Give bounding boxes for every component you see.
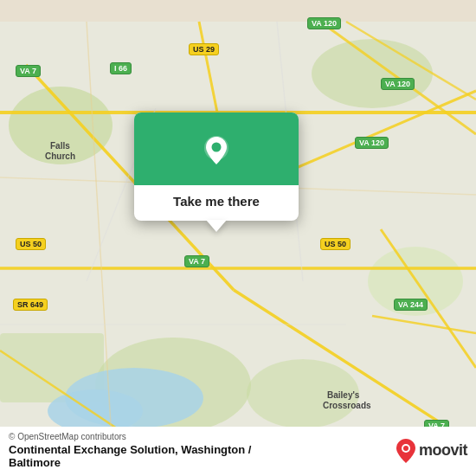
road-badge-sr649: SR 649 [13,299,48,311]
moovit-logo: moovit [396,439,467,463]
popup-card[interactable]: Take me there [134,113,299,221]
map-background: Falls Church Bailey's Crossroads [0,0,476,476]
moovit-brand-text: moovit [419,441,467,460]
road-badge-us50-1: US 50 [16,238,46,250]
moovit-pin-icon [396,439,415,463]
road-badge-va120-1: VA 120 [307,17,341,29]
road-badge-va244: VA 244 [394,299,428,311]
svg-point-30 [212,143,222,152]
bottom-bar: © OpenStreetMap contributors Continental… [0,427,476,476]
road-badge-va120-2: VA 120 [381,78,415,90]
svg-text:Church: Church [45,151,75,161]
svg-point-2 [312,39,433,108]
popup-green-header [134,113,299,185]
road-badge-us29: US 29 [189,43,219,55]
location-title: Continental Exchange Solution, Washingto… [9,443,251,469]
bottom-left-info: © OpenStreetMap contributors Continental… [9,432,251,469]
road-badge-va7-2: VA 7 [184,255,209,267]
svg-point-32 [403,446,408,451]
road-badge-va7-1: VA 7 [16,65,41,77]
road-badge-i66: I 66 [110,62,132,74]
svg-text:Crossroads: Crossroads [323,401,371,410]
map-container: Falls Church Bailey's Crossroads VA 7 I … [0,0,476,476]
popup-cta-label[interactable]: Take me there [161,185,272,221]
svg-text:Bailey's: Bailey's [327,390,360,400]
location-pin-icon [197,132,235,170]
road-badge-us50-2: US 50 [320,238,351,250]
svg-text:Falls: Falls [50,141,70,151]
copyright-text: © OpenStreetMap contributors [9,432,251,441]
road-badge-va120-3: VA 120 [355,137,389,149]
